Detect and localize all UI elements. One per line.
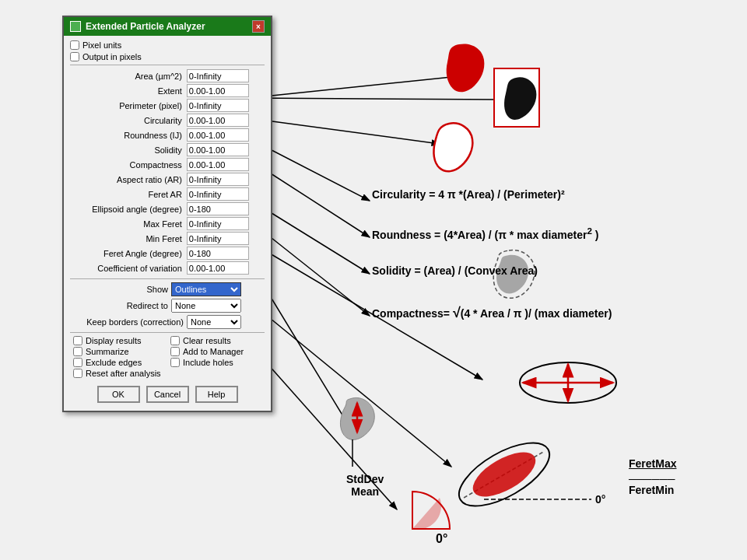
param-row: Aspect ratio (AR) [70,172,265,187]
include-holes-label: Include holes [183,358,233,367]
param-row: Feret AR [70,187,265,201]
param-input-cell [185,113,265,128]
param-input[interactable] [187,173,249,186]
param-row: Area (µm^2) [70,68,265,83]
clear-results-item: Clear results [170,336,261,345]
compactness-sqrt: √ [453,305,461,320]
param-input-cell [185,187,265,201]
separator-1 [70,65,265,65]
param-label: Extent [70,83,185,98]
output-pixels-row: Output in pixels [70,52,265,61]
separator-2 [70,278,265,279]
separator-3 [70,332,265,333]
param-input-cell [185,128,265,142]
param-row: Perimeter (pixel) [70,98,265,113]
cancel-button[interactable]: Cancel [146,386,189,403]
param-input-cell [185,216,265,231]
param-input[interactable] [187,99,249,112]
param-input-cell [185,157,265,172]
param-input-cell [185,142,265,157]
param-row: Circularity [70,113,265,128]
param-row: Ellipsoid angle (degree) [70,201,265,216]
summarize-checkbox[interactable] [73,347,82,356]
param-row: Max Feret [70,216,265,231]
clear-results-label: Clear results [183,336,231,345]
dialog-body: Pixel units Output in pixels Area (µm^2)… [64,36,271,411]
keep-borders-select[interactable]: None [187,315,241,329]
param-input[interactable] [187,143,249,156]
param-input[interactable] [187,261,249,275]
svg-line-6 [249,118,440,144]
param-input[interactable] [187,114,249,127]
dialog-icon [70,21,81,32]
svg-point-16 [520,362,616,403]
exclude-edges-item: Exclude edges [73,358,164,367]
close-button[interactable]: × [252,20,265,33]
show-row: Show Outlines Masks Ellipses Nothing [70,282,265,296]
ok-button[interactable]: OK [97,386,140,403]
param-label: Coefficient of variation [70,261,185,275]
reset-analysis-checkbox[interactable] [73,369,82,378]
pixel-units-row: Pixel units [70,40,265,50]
param-label: Circularity [70,113,185,128]
param-input[interactable] [187,232,249,245]
display-results-checkbox[interactable] [73,336,82,345]
show-select[interactable]: Outlines Masks Ellipses Nothing [171,282,241,296]
param-input[interactable] [187,84,249,97]
svg-point-20 [450,430,559,518]
param-input-cell [185,201,265,216]
show-label: Show [70,285,171,294]
display-results-label: Display results [86,336,142,345]
param-input-cell [185,231,265,246]
dialog-title: Extended Particle Analyzer [86,21,205,32]
feret-max-label: FeretMax [629,457,676,470]
param-input[interactable] [187,187,249,201]
svg-rect-15 [494,68,539,127]
param-input[interactable] [187,128,249,142]
redirect-label: Redirect to [70,301,171,310]
add-manager-checkbox[interactable] [170,347,180,356]
output-pixels-checkbox[interactable] [70,52,79,61]
add-manager-label: Add to Manager [183,347,244,356]
keep-borders-row: Keep borders (correction) None [70,315,265,329]
param-row: Roundness (IJ) [70,128,265,142]
reset-analysis-label: Reset after analysis [86,369,161,378]
params-table: Area (µm^2) Extent Perimeter (pixel) Cir… [70,68,265,275]
svg-line-4 [249,76,459,98]
clear-results-checkbox[interactable] [170,336,180,345]
param-label: Feret AR [70,187,185,201]
svg-line-21 [464,451,545,498]
param-input-cell [185,172,265,187]
param-label: Min Feret [70,231,185,246]
include-holes-checkbox[interactable] [170,358,180,367]
include-holes-item: Include holes [170,358,261,367]
param-label: Compactness [70,157,185,172]
param-input-cell [185,246,265,261]
param-input[interactable] [187,217,249,230]
feret-min-label: FeretMin [629,484,674,496]
param-input[interactable] [187,69,249,82]
roundness-paren: ) [592,229,599,241]
add-manager-item: Add to Manager [170,347,261,356]
param-input[interactable] [187,202,249,215]
button-row: OK Cancel Help [70,381,265,406]
redirect-row: Redirect to None [70,299,265,313]
circularity-formula: Circularity = 4 π *(Area) / (Perimeter)² [372,188,565,201]
pixel-units-label: Pixel units [82,40,121,50]
summarize-item: Summarize [73,347,164,356]
stddev-mean-label: StdDev Mean [346,473,384,498]
param-input[interactable] [187,158,249,171]
param-row: Feret Angle (degree) [70,246,265,261]
param-input-cell [185,261,265,275]
param-label: Area (µm^2) [70,68,185,83]
param-input-cell [185,68,265,83]
roundness-formula: Roundness = (4*Area) / (π * max diameter… [372,226,598,241]
svg-text:0°: 0° [595,493,605,506]
param-input[interactable] [187,247,249,260]
help-button[interactable]: Help [195,386,238,403]
redirect-select[interactable]: None [171,299,241,313]
pixel-units-checkbox[interactable] [70,40,79,50]
exclude-edges-checkbox[interactable] [73,358,82,367]
output-pixels-label: Output in pixels [82,52,142,61]
svg-line-5 [249,98,502,100]
